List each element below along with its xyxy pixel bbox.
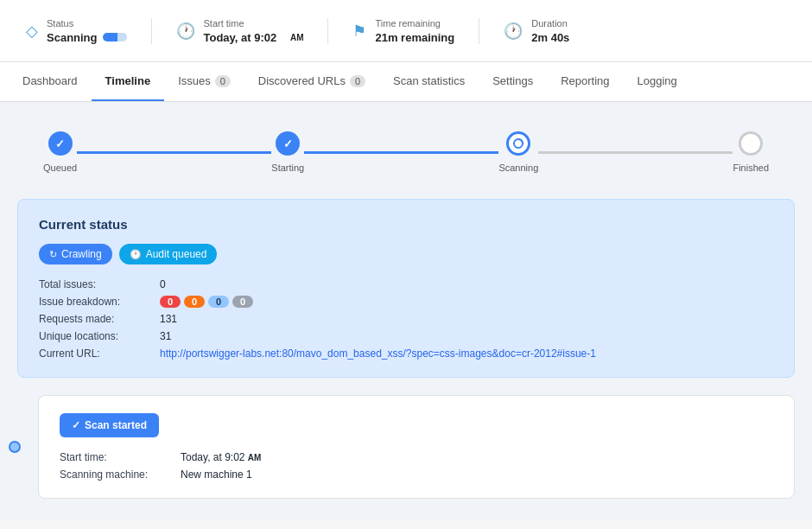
- scanning-machine-key: Scanning machine:: [60, 468, 181, 481]
- unique-locations-val: 31: [160, 330, 773, 342]
- requests-made-val: 131: [160, 313, 773, 325]
- connector-2: [304, 151, 498, 154]
- tab-issues[interactable]: Issues 0: [164, 62, 244, 101]
- connector-3: [538, 151, 733, 154]
- current-status-card: Current status ↻ Crawling 🕐 Audit queued…: [17, 199, 795, 378]
- issue-breakdown-key: Issue breakdown:: [39, 296, 160, 308]
- scanning-dot: [103, 33, 127, 41]
- step-starting-label: Starting: [271, 163, 304, 173]
- issues-badge: 0: [215, 75, 231, 87]
- scan-started-section: ✓ Scan started Start time: Today, at 9:0…: [38, 395, 795, 499]
- badge-medium: 0: [208, 296, 229, 308]
- total-issues-key: Total issues:: [39, 278, 160, 290]
- badge-high: 0: [184, 296, 205, 308]
- issue-breakdown-val: 0 0 0 0: [160, 296, 773, 308]
- clock-icon: 🕐: [176, 22, 195, 41]
- total-issues-val: 0: [160, 278, 773, 290]
- current-url-key: Current URL:: [39, 347, 160, 360]
- connector-1: [77, 151, 271, 154]
- tag-crawling: ↻ Crawling: [39, 244, 112, 264]
- step-finished-label: Finished: [733, 163, 769, 173]
- flag-icon: ⚑: [352, 22, 366, 41]
- step-queued-circle: ✓: [48, 131, 73, 156]
- status-bar: ◇ Status Scanning 🕐 Start time Today, at…: [0, 0, 812, 62]
- status-item-duration: 🕐 Duration 2m 40s: [479, 18, 593, 44]
- timeremaining-value: 21m remaining: [375, 31, 454, 44]
- status-tags: ↻ Crawling 🕐 Audit queued: [39, 244, 773, 264]
- tab-dashboard[interactable]: Dashboard: [9, 62, 92, 101]
- tab-settings[interactable]: Settings: [479, 62, 547, 101]
- step-queued-label: Queued: [43, 163, 77, 173]
- unique-locations-key: Unique locations:: [39, 330, 160, 342]
- step-scanning-label: Scanning: [498, 163, 538, 173]
- timeline-left-dot: [9, 441, 21, 453]
- duration-value: 2m 40s: [531, 31, 569, 44]
- tab-discovered-urls[interactable]: Discovered URLs 0: [244, 62, 379, 101]
- badge-low: 0: [232, 296, 253, 308]
- step-finished: Finished: [733, 131, 769, 173]
- status-label: Status: [47, 18, 127, 29]
- status-item-timeremaining: ⚑ Time remaining 21m remaining: [328, 18, 479, 44]
- checkmark-icon: ✓: [72, 419, 80, 431]
- step-starting: ✓ Starting: [271, 131, 304, 173]
- timeline-track: ✓ Queued ✓ Starting Scanning Finished: [17, 123, 795, 199]
- timeremaining-label: Time remaining: [375, 18, 454, 29]
- step-scanning-circle: [506, 131, 530, 156]
- scan-starttime-key: Start time:: [60, 451, 181, 463]
- timeline-line: ✓ Queued ✓ Starting Scanning Finished: [43, 131, 769, 173]
- step-starting-circle: ✓: [276, 131, 300, 156]
- crawling-icon: ↻: [49, 249, 57, 260]
- duration-label: Duration: [531, 18, 569, 29]
- tab-reporting[interactable]: Reporting: [547, 62, 623, 101]
- nav-tabs: Dashboard Timeline Issues 0 Discovered U…: [0, 62, 812, 102]
- urls-badge: 0: [350, 75, 365, 87]
- clock-small-icon: 🕐: [130, 249, 142, 260]
- status-item-starttime: 🕐 Start time Today, at 9:02 AM: [152, 18, 329, 44]
- current-url-val: http://portswigger-labs.net:80/mavo_dom_…: [160, 347, 773, 360]
- scan-started-table: Start time: Today, at 9:02 AM Scanning m…: [60, 451, 773, 481]
- tag-audit-queued: 🕐 Audit queued: [119, 244, 218, 264]
- tab-scan-statistics[interactable]: Scan statistics: [379, 62, 479, 101]
- issue-badges: 0 0 0 0: [160, 296, 773, 308]
- main-content: ✓ Queued ✓ Starting Scanning Finished: [0, 102, 812, 519]
- starttime-value: Today, at 9:02 AM: [204, 31, 304, 44]
- duration-clock-icon: 🕐: [504, 22, 523, 41]
- badge-critical: 0: [160, 296, 181, 308]
- tab-logging[interactable]: Logging: [624, 62, 691, 101]
- status-value: Scanning: [47, 31, 127, 44]
- scan-started-button[interactable]: ✓ Scan started: [60, 413, 159, 437]
- starttime-label: Start time: [204, 18, 304, 29]
- current-status-title: Current status: [39, 217, 773, 232]
- step-finished-circle: [739, 131, 763, 156]
- scanning-machine-val: New machine 1: [181, 468, 773, 481]
- requests-made-key: Requests made:: [39, 313, 160, 325]
- step-queued: ✓ Queued: [43, 131, 77, 173]
- shield-icon: ◇: [26, 22, 38, 41]
- status-item-status: ◇ Status Scanning: [17, 18, 152, 44]
- tab-timeline[interactable]: Timeline: [92, 62, 165, 101]
- status-table: Total issues: 0 Issue breakdown: 0 0 0 0…: [39, 278, 773, 360]
- scan-starttime-val: Today, at 9:02 AM: [181, 451, 773, 463]
- scan-started-section-wrapper: ✓ Scan started Start time: Today, at 9:0…: [17, 395, 795, 499]
- step-scanning: Scanning: [498, 131, 538, 173]
